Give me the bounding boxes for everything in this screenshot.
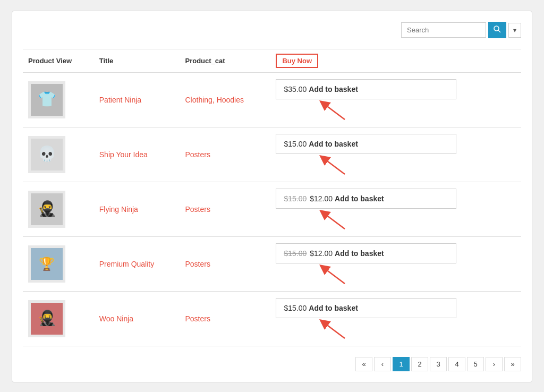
product-category-link[interactable]: Posters (185, 205, 210, 214)
table-row: 👕 Patient NinjaClothing, Hoodies$35.00Ad… (23, 73, 521, 127)
price-sale: $12.00 (310, 194, 333, 203)
product-title-link[interactable]: Patient Ninja (99, 96, 141, 104)
product-title-link[interactable]: Ship Your Idea (99, 150, 148, 159)
page-1-button[interactable]: 1 (393, 357, 410, 371)
add-to-basket-label: Add to basket (309, 304, 358, 312)
buy-now-cell: $15.00 $12.00Add to basket (270, 182, 521, 237)
buy-box[interactable]: $35.00Add to basket (276, 79, 456, 99)
price-original: $15.00 (284, 194, 307, 203)
product-title-link[interactable]: Flying Ninja (99, 205, 138, 214)
add-to-basket-label: Add to basket (335, 194, 384, 203)
svg-text:🥷: 🥷 (38, 309, 56, 327)
product-category-cell: Posters (180, 127, 270, 182)
page-3-button[interactable]: 3 (430, 357, 447, 371)
product-image: 🥷 (28, 191, 65, 228)
product-title-cell: Flying Ninja (94, 182, 180, 237)
product-category-cell: Posters (180, 237, 270, 292)
svg-line-9 (324, 158, 345, 174)
buy-now-cell: $15.00Add to basket (270, 127, 521, 182)
table-row: 🏆 Premium QualityPosters$15.00 $12.00Add… (23, 237, 521, 292)
arrow-annotation (276, 318, 516, 339)
price-sale: $12.00 (310, 249, 333, 258)
product-image-cell: 👕 (23, 73, 94, 127)
product-title-cell: Woo Ninja (94, 292, 180, 346)
product-image: 👕 (28, 81, 65, 118)
buy-now-cell: $35.00Add to basket (270, 73, 521, 127)
product-category-link[interactable]: Posters (185, 260, 210, 268)
product-image-cell: 🏆 (23, 237, 94, 292)
product-image: 🥷 (28, 300, 65, 337)
page-wrapper: ▾ Product View Title Product_cat Buy Now (12, 11, 532, 382)
search-input[interactable] (401, 22, 486, 38)
product-category-link[interactable]: Posters (185, 314, 210, 323)
table-header-row: Product View Title Product_cat Buy Now (23, 49, 521, 73)
price-sale: $35.00 (284, 85, 307, 93)
product-category-cell: Posters (180, 182, 270, 237)
search-icon (494, 25, 501, 33)
add-to-basket-label: Add to basket (309, 140, 358, 148)
svg-line-13 (324, 213, 345, 229)
chevron-down-icon: ▾ (513, 27, 516, 34)
page-last-button[interactable]: » (504, 357, 521, 371)
buy-now-cell: $15.00 $12.00Add to basket (270, 237, 521, 292)
product-image-cell: 💀 (23, 127, 94, 182)
buy-now-cell: $15.00Add to basket (270, 292, 521, 346)
buy-box[interactable]: $15.00Add to basket (276, 134, 456, 154)
svg-line-17 (324, 268, 345, 284)
price-original: $15.00 (284, 249, 307, 258)
arrow-annotation (276, 263, 516, 285)
product-category-cell: Clothing, Hoodies (180, 73, 270, 127)
product-table: Product View Title Product_cat Buy Now 👕… (23, 49, 521, 346)
product-category-link[interactable]: Clothing, Hoodies (185, 96, 244, 104)
col-product-view: Product View (23, 49, 94, 73)
product-image: 🏆 (28, 245, 65, 283)
col-product-cat: Product_cat (180, 49, 270, 73)
svg-text:👕: 👕 (38, 90, 56, 108)
product-title-link[interactable]: Woo Ninja (99, 314, 133, 323)
add-to-basket-label: Add to basket (335, 249, 384, 258)
pagination: « ‹ 1 2 3 4 5 › » (23, 357, 521, 371)
product-image: 💀 (28, 136, 65, 173)
price-sale: $15.00 (284, 304, 307, 312)
table-row: 🥷 Flying NinjaPosters$15.00 $12.00Add to… (23, 182, 521, 237)
search-dropdown-button[interactable]: ▾ (508, 23, 521, 38)
svg-text:🥷: 🥷 (38, 200, 56, 217)
buy-box[interactable]: $15.00 $12.00Add to basket (276, 243, 456, 263)
svg-line-1 (498, 30, 500, 32)
svg-line-21 (324, 322, 345, 338)
arrow-annotation (276, 209, 516, 230)
product-image-cell: 🥷 (23, 292, 94, 346)
product-title-cell: Premium Quality (94, 237, 180, 292)
buy-box[interactable]: $15.00 $12.00Add to basket (276, 189, 456, 209)
buy-box[interactable]: $15.00Add to basket (276, 298, 456, 318)
page-prev-button[interactable]: ‹ (374, 357, 391, 371)
search-button[interactable] (488, 22, 506, 38)
table-row: 🥷 Woo NinjaPosters$15.00Add to basket (23, 292, 521, 346)
page-next-button[interactable]: › (486, 357, 503, 371)
page-first-button[interactable]: « (355, 357, 372, 371)
product-title-cell: Ship Your Idea (94, 127, 180, 182)
table-row: 💀 Ship Your IdeaPosters$15.00Add to bask… (23, 127, 521, 182)
svg-line-5 (324, 104, 345, 120)
arrow-annotation (276, 154, 516, 175)
svg-text:💀: 💀 (38, 145, 56, 163)
add-to-basket-label: Add to basket (309, 85, 358, 93)
svg-text:🏆: 🏆 (39, 256, 55, 271)
page-5-button[interactable]: 5 (467, 357, 484, 371)
price-sale: $15.00 (284, 140, 307, 148)
product-category-link[interactable]: Posters (185, 150, 210, 159)
page-2-button[interactable]: 2 (411, 357, 428, 371)
col-buy-now: Buy Now (270, 49, 521, 73)
top-bar: ▾ (23, 22, 521, 38)
product-category-cell: Posters (180, 292, 270, 346)
svg-point-0 (494, 26, 499, 31)
arrow-annotation (276, 99, 516, 121)
product-title-link[interactable]: Premium Quality (99, 260, 154, 268)
product-title-cell: Patient Ninja (94, 73, 180, 127)
col-title: Title (94, 49, 180, 73)
page-4-button[interactable]: 4 (448, 357, 465, 371)
buy-now-label: Buy Now (276, 54, 318, 68)
product-image-cell: 🥷 (23, 182, 94, 237)
